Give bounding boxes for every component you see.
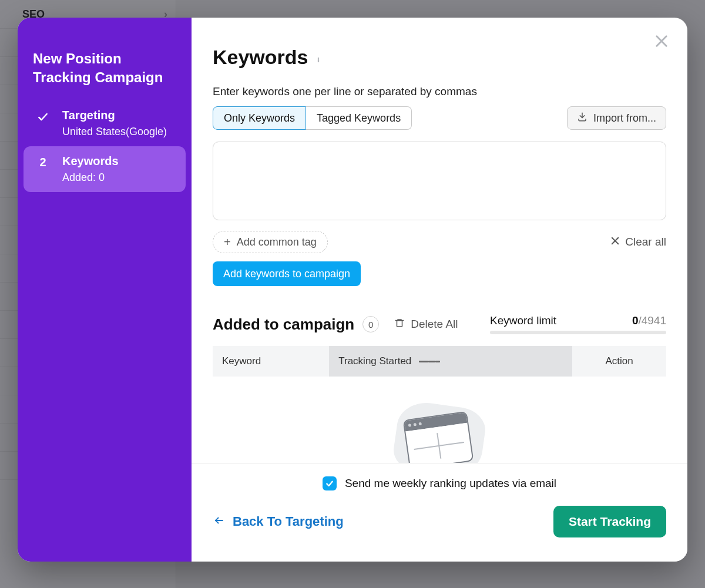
add-common-tag-button[interactable]: + Add common tag [213,231,328,253]
keyword-mode-segmented: Only Keywords Tagged Keywords [213,106,412,130]
trash-icon [394,317,405,332]
add-keywords-button[interactable]: Add keywords to campaign [213,261,361,286]
delete-all-button[interactable]: Delete All [394,317,458,332]
col-tracking-started[interactable]: Tracking Started [329,346,572,377]
import-from-button[interactable]: Import from... [567,106,666,130]
sort-icon [419,359,440,364]
check-icon [34,109,52,123]
svg-rect-6 [397,320,402,327]
arrow-left-icon [213,514,226,529]
page-title: Keywords [213,46,666,69]
modal-sidebar-title: New Position Tracking Campaign [18,49,192,100]
limit-used: 0 [632,314,639,327]
weekly-updates-label: Send me weekly ranking updates via email [345,477,556,490]
keywords-table: Keyword Tracking Started Action [213,346,666,377]
step-label: Targeting [62,109,167,122]
limit-label: Keyword limit [490,314,556,327]
clear-all-button[interactable]: Clear all [610,236,666,249]
step-keywords[interactable]: 2 Keywords Added: 0 [24,146,186,192]
modal-main: Keywords Enter keywords one per line or … [192,18,687,562]
col-keyword[interactable]: Keyword [213,346,329,377]
limit-total: /4941 [638,314,666,327]
download-icon [577,112,588,125]
step-number: 2 [34,154,52,169]
svg-rect-3 [318,59,318,62]
position-tracking-modal: New Position Tracking Campaign Targeting… [18,18,687,562]
info-icon[interactable] [314,46,323,69]
start-tracking-button[interactable]: Start Tracking [553,506,666,537]
back-to-targeting-link[interactable]: Back To Targeting [213,514,344,529]
tab-tagged-keywords[interactable]: Tagged Keywords [306,106,412,130]
modal-sidebar: New Position Tracking Campaign Targeting… [18,18,192,562]
keywords-textarea[interactable] [213,142,666,220]
step-targeting[interactable]: Targeting United States(Google) [24,100,186,146]
close-button[interactable] [650,29,673,53]
added-heading: Added to campaign [213,315,354,334]
close-icon [610,236,620,249]
keyword-limit: Keyword limit 0/4941 [490,314,666,334]
modal-footer: Send me weekly ranking updates via email… [192,463,687,562]
step-sub: United States(Google) [62,126,167,138]
tab-only-keywords[interactable]: Only Keywords [213,106,306,130]
limit-progress-bar [490,331,666,334]
intro-text: Enter keywords one per line or separated… [213,85,666,98]
step-sub: Added: 0 [62,172,119,184]
col-action[interactable]: Action [572,346,666,377]
added-count-badge: 0 [362,316,379,332]
weekly-updates-checkbox[interactable] [323,476,337,490]
step-label: Keywords [62,154,119,168]
plus-icon: + [224,236,231,248]
svg-point-2 [318,58,318,58]
